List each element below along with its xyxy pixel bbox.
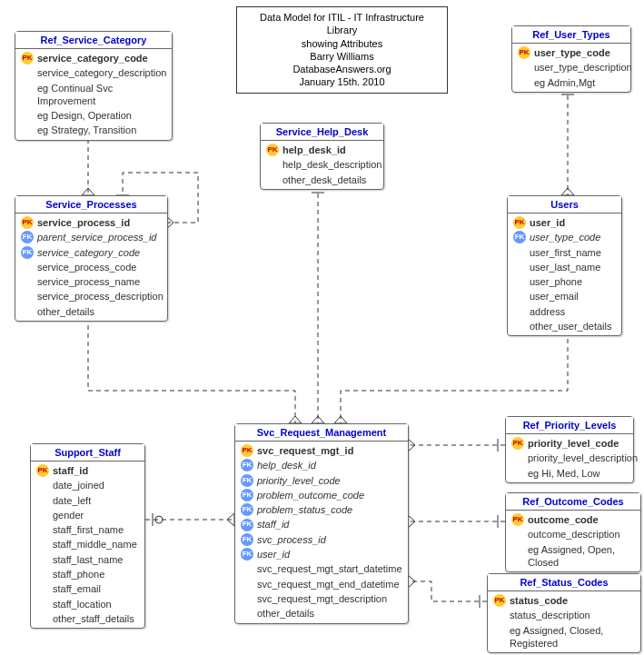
attribute-name: service_category_code <box>37 246 140 259</box>
attribute-row: priority_level_description <box>510 451 629 465</box>
svg-line-22 <box>295 416 302 423</box>
attribute-name: user_id <box>530 216 565 229</box>
pk-icon: PK <box>513 216 526 229</box>
attribute-row: PKuser_type_code <box>516 45 627 60</box>
attribute-name: svc_request_mgt_end_datetime <box>257 578 400 590</box>
attribute-name: priority_level_code <box>528 437 619 450</box>
attribute-name: gender <box>53 509 84 521</box>
attribute-name: problem_outcome_code <box>257 489 364 501</box>
attribute-row: address <box>511 304 618 319</box>
entity-header: Ref_Priority_Levels <box>506 417 633 434</box>
attribute-row: outcome_description <box>510 527 637 541</box>
attribute-name: outcome_description <box>528 528 620 541</box>
attribute-row: staff_first_name <box>35 522 141 537</box>
attribute-name: user_id <box>257 548 290 561</box>
attribute-name: user_type_code <box>530 231 600 243</box>
attribute-name: staff_id <box>53 464 88 477</box>
pk-icon: PK <box>21 52 34 65</box>
attribute-row: staff_last_name <box>35 552 141 567</box>
attribute-row: gender <box>35 508 141 522</box>
attribute-name: eg Hi, Med, Low <box>528 467 599 480</box>
attribute-row: PKoutcome_code <box>510 512 637 527</box>
attribute-row: staff_email <box>35 581 141 596</box>
attribute-name: user_last_name <box>530 261 600 273</box>
attribute-name: priority_level_description <box>528 452 638 464</box>
svg-line-12 <box>561 188 568 195</box>
pk-icon: PK <box>21 216 34 229</box>
attribute-name: other_user_details <box>530 320 612 332</box>
diagram-title: Data Model for ITIL - IT Infrastructure … <box>236 6 448 94</box>
attribute-row: other_user_details <box>511 319 618 333</box>
attribute-row: FKproblem_status_code <box>239 502 404 517</box>
title-line: January 15th. 2010 <box>244 75 440 88</box>
title-line: DatabaseAnswers.org <box>244 63 440 75</box>
attribute-name: svc_request_mgt_start_datetime <box>257 562 402 575</box>
fk-icon: FK <box>241 548 253 561</box>
attribute-row: eg Assigned, Closed, Registered <box>491 623 637 651</box>
svg-line-46 <box>408 581 415 588</box>
svg-line-18 <box>318 416 324 423</box>
title-line: Barry Williams <box>244 50 440 63</box>
pk-icon: PK <box>511 513 524 526</box>
pk-icon: PK <box>493 594 506 607</box>
attribute-row: date_left <box>35 493 141 508</box>
fk-icon: FK <box>241 503 253 516</box>
fk-icon: FK <box>21 231 34 243</box>
attribute-row: FKservice_category_code <box>19 245 163 260</box>
title-line: Data Model for ITIL - IT Infrastructure … <box>244 11 440 37</box>
attribute-name: other_staff_details <box>53 612 134 625</box>
attribute-row: staff_location <box>35 597 141 611</box>
attribute-name: help_desk_id <box>282 144 346 156</box>
attribute-name: eg Admin,Mgt <box>534 76 595 89</box>
attribute-name: status_code <box>510 594 568 607</box>
attribute-row: eg Design, Operation <box>19 108 168 123</box>
attribute-row: user_email <box>511 289 618 303</box>
attribute-name: service_category_code <box>37 52 148 65</box>
pk-icon: PK <box>518 46 530 59</box>
entity-service-help-desk: Service_Help_Desk PKhelp_desk_idhelp_des… <box>260 123 384 190</box>
fk-icon: FK <box>241 489 253 501</box>
attribute-name: staff_id <box>257 518 289 531</box>
entity-header: Svc_Request_Management <box>235 424 408 442</box>
attribute-row: PKuser_id <box>511 215 618 230</box>
fk-icon: FK <box>21 246 34 259</box>
svg-line-42 <box>408 521 415 528</box>
attribute-row: status_description <box>491 608 637 622</box>
attribute-name: eg Design, Operation <box>37 109 132 122</box>
attribute-name: other_details <box>257 607 314 620</box>
attribute-name: user_first_name <box>530 246 601 259</box>
svg-line-17 <box>312 416 318 423</box>
attribute-row: PKsvc_request_mgt_id <box>239 443 404 458</box>
svg-line-25 <box>334 416 341 423</box>
attribute-name: user_type_description <box>534 61 632 74</box>
attribute-row: eg Continual Svc Improvement <box>19 81 168 109</box>
entity-header: Service_Processes <box>15 196 167 213</box>
title-line: showing Attributes <box>244 37 440 50</box>
attribute-row: user_type_description <box>516 60 627 74</box>
svg-line-21 <box>289 416 295 423</box>
entity-service-processes: Service_Processes PKservice_process_idFK… <box>15 195 168 322</box>
attribute-name: other_details <box>37 305 94 318</box>
attribute-name: staff_phone <box>53 568 104 581</box>
entity-header: Ref_Service_Category <box>15 32 172 49</box>
attribute-row: svc_request_mgt_description <box>239 591 404 606</box>
attribute-name: svc_request_mgt_id <box>257 444 353 457</box>
attribute-row: FKstaff_id <box>239 517 404 531</box>
attribute-name: service_category_description <box>37 66 166 79</box>
attribute-name: staff_last_name <box>53 553 123 566</box>
attribute-row: other_details <box>19 304 163 319</box>
attribute-name: address <box>530 305 565 318</box>
svg-line-31 <box>227 520 234 526</box>
fk-icon: FK <box>241 519 253 531</box>
attribute-name: staff_first_name <box>53 523 124 536</box>
pk-icon: PK <box>266 144 279 156</box>
attribute-row: PKpriority_level_code <box>510 436 629 451</box>
attribute-name: priority_level_code <box>257 474 341 487</box>
svg-line-30 <box>227 513 234 520</box>
attribute-row: help_desk_description <box>264 157 380 172</box>
attribute-row: staff_phone <box>35 567 141 581</box>
attribute-row: service_category_description <box>19 65 168 80</box>
attribute-name: staff_location <box>53 598 112 610</box>
attribute-row: PKstatus_code <box>491 593 637 608</box>
attribute-name: staff_email <box>53 582 101 595</box>
